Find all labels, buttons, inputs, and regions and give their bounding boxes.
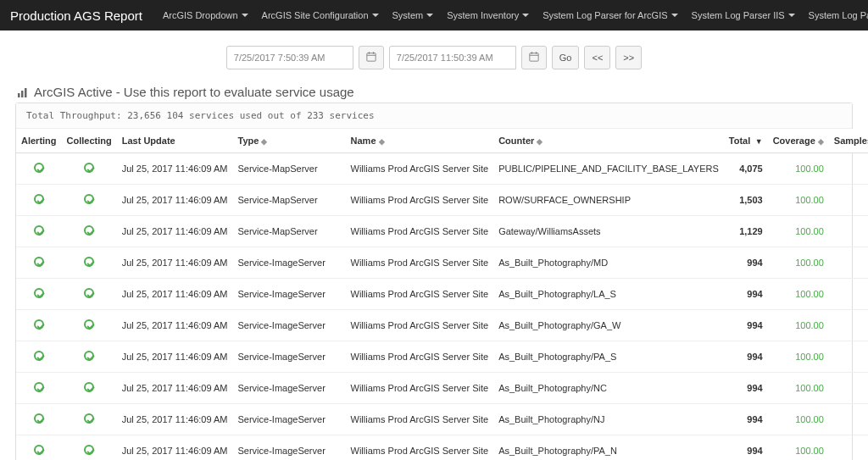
col-counter[interactable]: Counter◆ [493, 129, 724, 153]
calendar-icon [366, 52, 376, 64]
cell-last-update: Jul 25, 2017 11:46:09 AM [117, 153, 233, 185]
status-ok-icon [34, 351, 44, 361]
cell-collecting [62, 435, 117, 461]
col-type[interactable]: Type◆ [233, 129, 346, 153]
cell-total: 994 [724, 341, 768, 373]
end-calendar-button[interactable] [521, 46, 547, 69]
cell-counter: As_Built_Photography/LA_S [493, 279, 724, 310]
status-ok-icon [34, 163, 44, 173]
start-time-input[interactable] [226, 46, 353, 69]
nav-item[interactable]: System [386, 5, 441, 25]
nav-item[interactable]: System Inventory [440, 5, 536, 25]
col-total[interactable]: Total ▼ [724, 129, 768, 153]
status-ok-icon [34, 288, 44, 298]
chevron-down-icon [426, 14, 433, 17]
brand-title: Production AGS Report [10, 8, 142, 23]
cell-last-update: Jul 25, 2017 11:46:09 AM [117, 341, 233, 373]
cell-samples: 16 [829, 247, 868, 279]
sort-icon: ◆ [261, 137, 267, 146]
nav-item[interactable]: ArcGIS Site Configuration [255, 5, 386, 25]
status-ok-icon [84, 225, 94, 236]
cell-collecting [62, 279, 117, 310]
col-coverage[interactable]: Coverage◆ [768, 129, 829, 153]
go-button[interactable]: Go [552, 46, 580, 69]
cell-coverage: 100.00 [768, 185, 829, 216]
next-button[interactable]: >> [615, 46, 642, 69]
status-ok-icon [84, 194, 94, 204]
cell-last-update: Jul 25, 2017 11:46:09 AM [117, 216, 233, 247]
table-row: Jul 25, 2017 11:46:09 AMService-ImageSer… [16, 435, 868, 461]
cell-name: Williams Prod ArcGIS Server Site [346, 404, 494, 435]
col-last-update[interactable]: Last Update [117, 129, 233, 153]
sort-icon: ◆ [818, 137, 824, 146]
cell-alerting [16, 185, 62, 216]
col-collecting[interactable]: Collecting [62, 129, 117, 153]
cell-name: Williams Prod ArcGIS Server Site [346, 310, 494, 341]
svg-rect-10 [25, 88, 27, 97]
cell-counter: As_Built_Photography/GA_W [493, 310, 724, 341]
table-header-row: Alerting Collecting Last Update Type◆ Na… [16, 129, 868, 153]
cell-counter: As_Built_Photography/NJ [493, 404, 724, 435]
calendar-icon [529, 52, 539, 64]
cell-alerting [16, 153, 62, 185]
chevron-down-icon [522, 14, 529, 17]
sort-icon: ◆ [379, 137, 385, 146]
status-ok-icon [34, 319, 44, 330]
status-ok-icon [84, 445, 94, 455]
cell-type: Service-MapServer [233, 153, 346, 185]
cell-total: 1,129 [724, 216, 768, 247]
cell-last-update: Jul 25, 2017 11:46:09 AM [117, 279, 233, 310]
chevron-down-icon [788, 14, 795, 17]
cell-counter: As_Built_Photography/NC [493, 373, 724, 404]
status-ok-icon [84, 288, 94, 298]
table-row: Jul 25, 2017 11:46:09 AMService-ImageSer… [16, 279, 868, 310]
col-samples[interactable]: Samples◆ [829, 129, 868, 153]
cell-type: Service-ImageServer [233, 373, 346, 404]
services-table: Alerting Collecting Last Update Type◆ Na… [16, 129, 868, 460]
cell-type: Service-ImageServer [233, 310, 346, 341]
cell-coverage: 100.00 [768, 216, 829, 247]
svg-rect-0 [367, 53, 376, 61]
table-row: Jul 25, 2017 11:46:09 AMService-ImageSer… [16, 341, 868, 373]
cell-last-update: Jul 25, 2017 11:46:09 AM [117, 310, 233, 341]
cell-name: Williams Prod ArcGIS Server Site [346, 216, 494, 247]
nav-item-label: System Log Parser IIS [692, 10, 785, 20]
cell-total: 994 [724, 279, 768, 310]
cell-name: Williams Prod ArcGIS Server Site [346, 435, 494, 461]
start-calendar-button[interactable] [359, 46, 384, 69]
nav-item[interactable]: System Log Parser for Web Logs [802, 5, 868, 25]
cell-alerting [16, 341, 62, 373]
table-row: Jul 25, 2017 11:46:09 AMService-MapServe… [16, 185, 868, 216]
status-ok-icon [84, 351, 94, 361]
cell-samples: 16 [829, 404, 868, 435]
nav-item-label: System Log Parser for ArcGIS [542, 10, 667, 20]
cell-alerting [16, 435, 62, 461]
prev-button[interactable]: << [584, 46, 610, 69]
cell-samples: 16 [829, 310, 868, 341]
table-row: Jul 25, 2017 11:46:09 AMService-ImageSer… [16, 404, 868, 435]
cell-samples: 16 [829, 373, 868, 404]
cell-name: Williams Prod ArcGIS Server Site [346, 185, 494, 216]
cell-coverage: 100.00 [768, 310, 829, 341]
table-row: Jul 25, 2017 11:46:09 AMService-MapServe… [16, 216, 868, 247]
cell-name: Williams Prod ArcGIS Server Site [346, 247, 494, 279]
status-ok-icon [34, 257, 44, 267]
cell-total: 994 [724, 404, 768, 435]
nav-item[interactable]: System Log Parser for ArcGIS [536, 5, 684, 25]
nav-item[interactable]: ArcGIS Dropdown [156, 5, 255, 25]
nav-item[interactable]: System Log Parser IIS [685, 5, 802, 25]
sort-desc-icon: ▼ [753, 137, 762, 146]
chevron-down-icon [372, 14, 379, 17]
cell-samples: 16 [829, 216, 868, 247]
cell-alerting [16, 404, 62, 435]
cell-collecting [62, 404, 117, 435]
cell-alerting [16, 279, 62, 310]
end-time-input[interactable] [389, 46, 516, 69]
nav-item-label: System Inventory [447, 10, 519, 20]
cell-type: Service-MapServer [233, 185, 346, 216]
col-name[interactable]: Name◆ [346, 129, 494, 153]
cell-samples: 16 [829, 341, 868, 373]
col-alerting[interactable]: Alerting [16, 129, 62, 153]
svg-rect-8 [18, 93, 20, 97]
nav-item-label: System Log Parser for Web Logs [809, 10, 868, 20]
